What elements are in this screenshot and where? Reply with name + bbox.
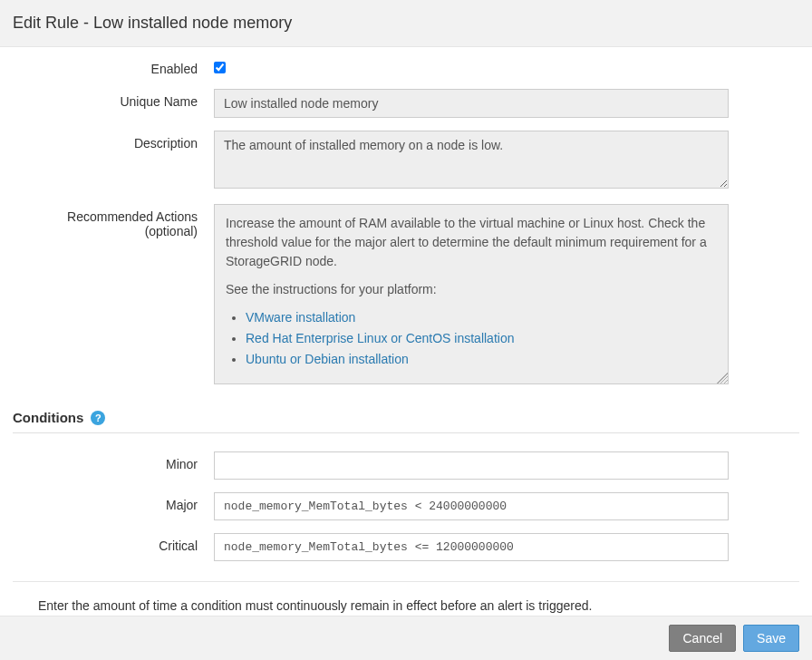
link-ubuntu-debian-installation[interactable]: Ubuntu or Debian installation — [246, 352, 409, 366]
conditions-title: Conditions — [13, 410, 83, 425]
dialog-header: Edit Rule - Low installed node memory — [0, 0, 812, 47]
row-major: Major — [13, 492, 799, 520]
minor-input[interactable] — [214, 451, 729, 480]
list-item: Red Hat Enterprise Linux or CentOS insta… — [246, 329, 717, 348]
conditions-section-header: Conditions ? — [13, 410, 799, 433]
critical-input[interactable] — [214, 533, 729, 561]
row-unique-name: Unique Name — [13, 89, 799, 118]
row-description: Description The amount of installed memo… — [13, 131, 799, 191]
save-button[interactable]: Save — [743, 625, 799, 652]
divider — [13, 581, 799, 582]
critical-label: Critical — [13, 533, 214, 561]
minor-label: Minor — [13, 451, 214, 480]
row-minor: Minor — [13, 451, 799, 480]
resize-handle-icon[interactable] — [717, 373, 728, 383]
recommended-actions-box[interactable]: Increase the amount of RAM available to … — [214, 204, 729, 384]
recommended-actions-text-1: Increase the amount of RAM available to … — [226, 214, 717, 271]
major-label: Major — [13, 492, 214, 520]
recommended-actions-text-2: See the instructions for your platform: — [226, 280, 717, 299]
row-recommended-actions: Recommended Actions (optional) Increase … — [13, 204, 799, 384]
help-icon[interactable]: ? — [91, 411, 105, 425]
duration-hint: Enter the amount of time a condition mus… — [38, 598, 799, 613]
form-body: Enabled Unique Name Description The amou… — [0, 47, 812, 660]
unique-name-input[interactable] — [214, 89, 729, 118]
list-item: VMware installation — [246, 308, 717, 327]
row-enabled: Enabled — [13, 56, 799, 76]
cancel-button[interactable]: Cancel — [669, 625, 736, 652]
link-vmware-installation[interactable]: VMware installation — [246, 310, 355, 325]
row-critical: Critical — [13, 533, 799, 561]
recommended-actions-link-list: VMware installation Red Hat Enterprise L… — [226, 308, 717, 369]
list-item: Ubuntu or Debian installation — [246, 350, 717, 369]
link-rhel-centos-installation[interactable]: Red Hat Enterprise Linux or CentOS insta… — [246, 331, 514, 345]
enabled-checkbox[interactable] — [214, 62, 226, 73]
major-input[interactable] — [214, 492, 729, 520]
dialog-title: Edit Rule - Low installed node memory — [13, 14, 799, 33]
description-label: Description — [13, 131, 214, 191]
enabled-label: Enabled — [13, 56, 214, 76]
recommended-actions-label: Recommended Actions (optional) — [13, 204, 214, 384]
unique-name-label: Unique Name — [13, 89, 214, 118]
description-textarea[interactable]: The amount of installed memory on a node… — [214, 131, 729, 189]
dialog-footer: Cancel Save — [0, 616, 812, 660]
